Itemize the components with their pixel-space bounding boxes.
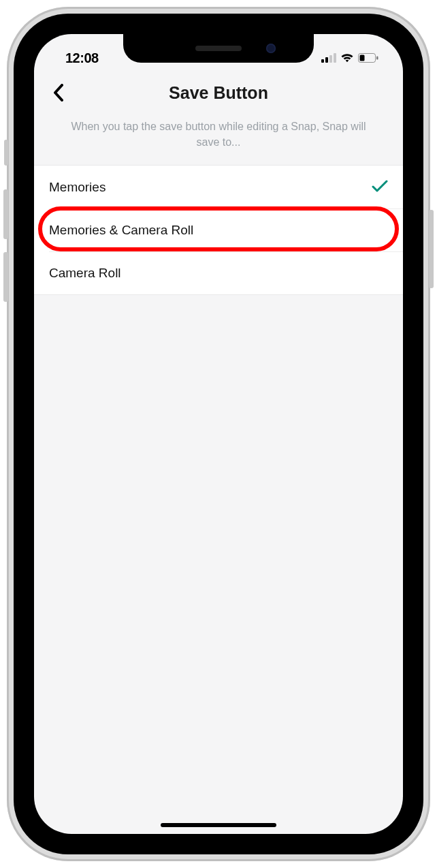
- option-memories-camera-roll[interactable]: Memories & Camera Roll: [34, 208, 403, 251]
- phone-chassis: 12:08: [7, 7, 430, 861]
- wifi-icon: [340, 53, 354, 63]
- phone-screen: 12:08: [34, 34, 403, 834]
- page-title: Save Button: [169, 83, 268, 103]
- back-button[interactable]: [45, 79, 72, 106]
- cellular-icon: [321, 53, 336, 63]
- speaker-grille: [195, 46, 242, 51]
- home-indicator[interactable]: [161, 823, 276, 827]
- power-button: [429, 210, 434, 288]
- svg-rect-1: [325, 57, 328, 63]
- svg-rect-3: [334, 53, 336, 63]
- svg-rect-2: [329, 55, 332, 63]
- svg-rect-0: [321, 59, 324, 63]
- svg-rect-6: [376, 57, 378, 60]
- checkmark-icon: [372, 179, 388, 196]
- status-icons: [321, 53, 378, 63]
- status-time: 12:08: [65, 50, 99, 66]
- page-header: Save Button: [34, 72, 403, 113]
- option-memories[interactable]: Memories: [34, 166, 403, 208]
- phone-bezel: 12:08: [14, 14, 423, 854]
- option-camera-roll[interactable]: Camera Roll: [34, 251, 403, 294]
- page-description: When you tap the save button while editi…: [34, 113, 403, 165]
- option-label: Memories: [49, 180, 106, 195]
- option-label: Camera Roll: [49, 266, 121, 281]
- front-camera: [266, 44, 276, 53]
- options-list: Memories Memories & Camera Roll Camera R…: [34, 165, 403, 295]
- phone-notch: [123, 34, 314, 63]
- option-label: Memories & Camera Roll: [49, 223, 193, 238]
- volume-down-button: [3, 252, 8, 302]
- svg-rect-5: [360, 55, 365, 61]
- chevron-left-icon: [53, 84, 64, 102]
- battery-icon: [358, 53, 378, 63]
- volume-up-button: [3, 189, 8, 239]
- mute-switch: [4, 140, 8, 166]
